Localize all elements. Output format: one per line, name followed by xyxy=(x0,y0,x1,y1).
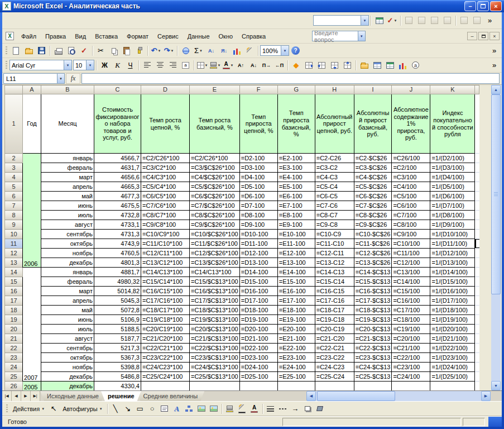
bold-button[interactable]: Ж xyxy=(98,59,111,72)
cell-L5-partial[interactable] xyxy=(475,182,479,192)
cell-B11[interactable]: октябрь xyxy=(41,239,94,249)
row-header-22[interactable]: 22 xyxy=(5,344,23,353)
font-color-button[interactable]: А▼ xyxy=(222,59,234,72)
sort-descending-button[interactable]: Я↓ xyxy=(218,45,231,57)
cell-L26-partial[interactable] xyxy=(475,382,479,391)
cell-C5[interactable]: 4665,3 xyxy=(94,182,141,192)
insert-function-button[interactable]: fx xyxy=(66,73,80,84)
next-sheet-button[interactable]: ▶ xyxy=(21,391,31,401)
three-d-style-button[interactable] xyxy=(314,403,326,414)
pivot-table-button[interactable] xyxy=(383,59,396,72)
row-header-11[interactable]: 11 xyxy=(5,239,23,249)
cell-I3[interactable]: =C3-$C$26 xyxy=(354,163,392,173)
cell-C12[interactable]: 4760,5 xyxy=(94,249,141,258)
cell-C6[interactable]: 4677,3 xyxy=(94,192,141,201)
cell-J26[interactable] xyxy=(392,382,430,391)
cell-J15[interactable]: =C14/100 xyxy=(392,277,430,287)
row-header-25[interactable]: 25 xyxy=(5,372,23,382)
oval-button[interactable]: ○ xyxy=(146,403,159,414)
cell-C22[interactable]: 5217,3 xyxy=(94,344,141,353)
new-document-button[interactable] xyxy=(9,45,22,57)
cell-H12[interactable]: =C12-C11 xyxy=(315,249,354,258)
cell-J17[interactable]: =C16/100 xyxy=(392,296,430,306)
grow-font-button[interactable]: А↑ xyxy=(234,59,247,72)
cell-B12[interactable]: ноябрь xyxy=(41,249,94,258)
cell-I8[interactable]: =C8-$C$26 xyxy=(354,211,392,220)
cell-K25[interactable]: =1/(D25/100) xyxy=(430,372,475,382)
italic-button[interactable]: К xyxy=(111,59,124,72)
cell-B18[interactable]: май xyxy=(41,306,94,315)
cell-D12[interactable]: =C12/C11*100 xyxy=(141,249,190,258)
cell-F8[interactable]: =D8-100 xyxy=(239,211,277,220)
workbook-restore-button[interactable] xyxy=(478,32,488,40)
cell-C3[interactable]: 4631,7 xyxy=(94,163,141,173)
select-all-button[interactable] xyxy=(5,85,23,94)
cell-F16[interactable]: =D16-100 xyxy=(239,287,277,296)
cell-C25[interactable]: 5486,8 xyxy=(94,372,141,382)
row-header-8[interactable]: 8 xyxy=(5,211,23,220)
cell-C7[interactable]: 4675,5 xyxy=(94,201,141,211)
cell-C9[interactable]: 4733,1 xyxy=(94,220,141,230)
cell-F3[interactable]: =D3-100 xyxy=(239,163,277,173)
row-header-20[interactable]: 20 xyxy=(5,325,23,334)
cell-K13[interactable]: =1/(D13/100) xyxy=(430,258,475,268)
cell-E23[interactable]: =C23/$C$13*100 xyxy=(190,353,240,363)
cell-E8[interactable]: =C8/$C$26*100 xyxy=(190,211,240,220)
shadow-style-button[interactable] xyxy=(301,403,314,414)
cell-C23[interactable]: 5367,3 xyxy=(94,353,141,363)
cell-L24-partial[interactable] xyxy=(475,363,479,372)
cell-A2[interactable]: 2006 xyxy=(23,154,41,268)
cell-D13[interactable]: =C13/C12*100 xyxy=(141,258,190,268)
cell-K21[interactable]: =1/(D21/100) xyxy=(430,334,475,344)
cell-D16[interactable]: =C16/C15*100 xyxy=(141,287,190,296)
cell-C4[interactable]: 4656,6 xyxy=(94,173,141,182)
cell-D21[interactable]: =C21/C20*100 xyxy=(141,334,190,344)
disabled-button-3[interactable] xyxy=(428,15,441,27)
print-preview-button[interactable] xyxy=(65,45,78,57)
minimize-button[interactable]: – xyxy=(464,1,476,11)
cell-D23[interactable]: =C23/C22*100 xyxy=(141,353,190,363)
cell-F12[interactable]: =D12-100 xyxy=(239,249,277,258)
menu-data[interactable]: Данные xyxy=(183,31,214,41)
scroll-down-button[interactable]: ▼ xyxy=(491,381,501,390)
cell-F1[interactable]: Темп прироста цепной, % xyxy=(239,94,277,154)
cell-E11[interactable]: =C11/$C$26*100 xyxy=(190,239,240,249)
cell-I6[interactable]: =C6-$C$26 xyxy=(354,192,392,201)
cell-G14[interactable]: =E14-100 xyxy=(277,268,315,277)
cell-B25[interactable]: декабрь xyxy=(41,372,94,382)
cell-K5[interactable]: =1/(D5/100) xyxy=(430,182,475,192)
cell-L12-partial[interactable] xyxy=(475,249,479,258)
chevron-down-icon[interactable]: ▼ xyxy=(64,60,71,70)
last-sheet-button[interactable]: ▶| xyxy=(31,391,40,401)
cell-L4-partial[interactable] xyxy=(475,173,479,182)
cell-G23[interactable]: =E23-100 xyxy=(277,353,315,363)
cell-A14[interactable]: 2007 xyxy=(23,268,41,382)
text-box-button[interactable] xyxy=(159,403,171,414)
cell-G4[interactable]: =E4-100 xyxy=(277,173,315,182)
cell-G1[interactable]: Темп прироста базисный, % xyxy=(277,94,315,154)
paste-button[interactable] xyxy=(120,45,133,57)
cell-C16[interactable]: 5014,82 xyxy=(94,287,141,296)
cell-L2-partial[interactable] xyxy=(475,154,479,163)
cell-H19[interactable]: =C19-C18 xyxy=(315,315,354,325)
cell-D20[interactable]: =C20/C19*100 xyxy=(141,325,190,334)
cell-K7[interactable]: =1/(D7/100) xyxy=(430,201,475,211)
cell-E22[interactable]: =C22/$C$13*100 xyxy=(190,344,240,353)
cell-K8[interactable]: =1/(D8/100) xyxy=(430,211,475,220)
close-button[interactable]: × xyxy=(490,1,502,11)
cell-G17[interactable]: =E17-100 xyxy=(277,296,315,306)
undo-button[interactable]: ↶▼ xyxy=(150,45,162,57)
cell-E25[interactable]: =C25/$C$13*100 xyxy=(190,372,240,382)
cell-G9[interactable]: =E9-100 xyxy=(277,220,315,230)
cell-E26[interactable] xyxy=(190,382,240,391)
cell-B22[interactable]: сентябрь xyxy=(41,344,94,353)
fill-color-button[interactable]: ▼ xyxy=(209,59,222,72)
sheet-tab-solution[interactable]: решение xyxy=(101,391,141,401)
cell-B8[interactable]: июль xyxy=(41,211,94,220)
cell-F23[interactable]: =D23-100 xyxy=(239,353,277,363)
menu-file[interactable]: Файл xyxy=(17,31,41,41)
cell-L10-partial[interactable] xyxy=(475,230,479,239)
cell-B17[interactable]: апрель xyxy=(41,296,94,306)
cell-B13[interactable]: декабрь xyxy=(41,258,94,268)
cell-L15-partial[interactable] xyxy=(475,277,479,287)
